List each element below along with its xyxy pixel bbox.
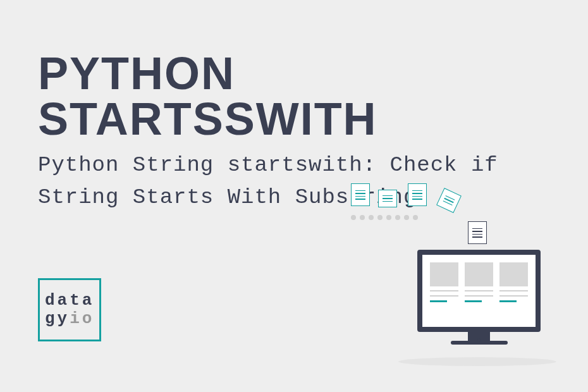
monitor-screen	[417, 250, 541, 332]
card-item	[465, 262, 493, 319]
logo-text-line1: data	[45, 291, 99, 310]
document-icon	[408, 183, 427, 206]
page-title: PYTHON STARTSSWITH	[38, 51, 550, 142]
logo: data gyio	[38, 278, 101, 341]
shadow	[398, 357, 556, 366]
logo-text-line2: gyio	[45, 310, 99, 328]
logo-text-gy: gy	[45, 309, 70, 328]
card-item	[499, 262, 528, 319]
dots-indicator	[351, 215, 418, 220]
document-icon	[436, 188, 462, 213]
illustration	[348, 183, 550, 367]
document-icon	[351, 183, 370, 206]
monitor-base	[451, 341, 508, 345]
monitor-illustration	[417, 250, 541, 351]
document-icon	[378, 190, 397, 207]
document-icon	[468, 221, 487, 244]
logo-text-io: io	[70, 309, 94, 328]
card-item	[430, 262, 458, 319]
